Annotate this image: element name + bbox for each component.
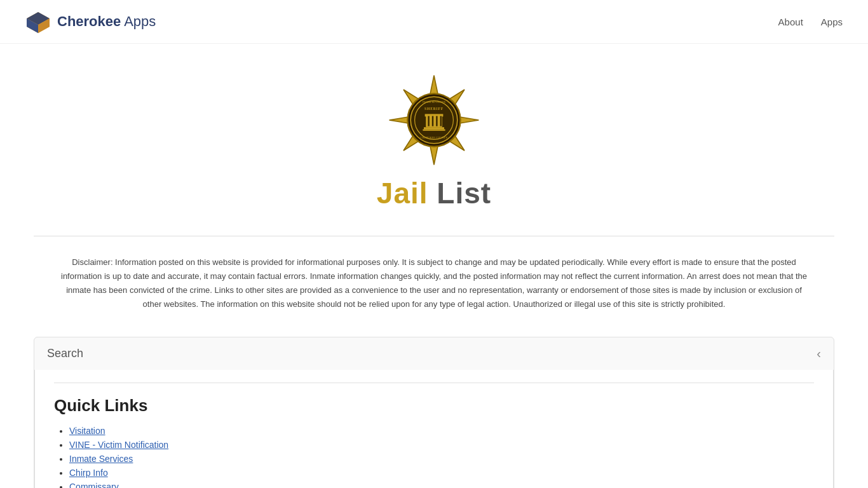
link-commissary[interactable]: Commissary	[69, 482, 119, 488]
list-item: Commissary	[69, 482, 814, 488]
chevron-left-icon[interactable]: ‹	[817, 346, 821, 361]
list-item: Chirp Info	[69, 468, 814, 478]
link-vine[interactable]: VINE - Victim Notification	[69, 440, 168, 450]
nav-menu: About Apps	[778, 17, 843, 27]
svg-rect-15	[423, 129, 445, 130]
nav-item-about[interactable]: About	[778, 17, 803, 27]
search-section: Search ‹ Quick Links Visitation VINE - V…	[34, 337, 834, 488]
list-item: Visitation	[69, 426, 814, 436]
brand-logo[interactable]: Cherokee Apps	[25, 9, 156, 34]
svg-rect-10	[428, 116, 429, 126]
svg-text:FRANK REYNOLDS: FRANK REYNOLDS	[423, 100, 445, 104]
quick-links-list: Visitation VINE - Victim Notification In…	[54, 426, 814, 488]
svg-rect-11	[432, 116, 433, 126]
brand-name: Cherokee Apps	[57, 13, 156, 30]
link-chirp-info[interactable]: Chirp Info	[69, 468, 108, 478]
link-inmate-services[interactable]: Inmate Services	[69, 454, 133, 464]
sheriff-badge: SHERIFF CHEROKEE COUNTY FRANK REYNOLDS	[383, 69, 485, 171]
svg-rect-12	[436, 116, 437, 126]
navbar: Cherokee Apps About Apps	[0, 0, 868, 44]
svg-text:CHEROKEE COUNTY: CHEROKEE COUNTY	[421, 136, 449, 139]
quick-links-title: Quick Links	[54, 396, 814, 416]
link-visitation[interactable]: Visitation	[69, 426, 105, 436]
nav-link-apps[interactable]: Apps	[821, 17, 843, 27]
list-item: Inmate Services	[69, 454, 814, 464]
brand-icon	[25, 9, 51, 34]
svg-rect-13	[440, 116, 442, 126]
nav-link-about[interactable]: About	[778, 17, 803, 27]
quick-links-section: Quick Links Visitation VINE - Victim Not…	[34, 370, 834, 488]
nav-item-apps[interactable]: Apps	[821, 17, 843, 27]
hero-divider	[34, 236, 834, 236]
page-title: Jail List	[377, 176, 491, 210]
svg-text:SHERIFF: SHERIFF	[424, 107, 444, 111]
svg-rect-14	[424, 127, 444, 129]
list-item: VINE - Victim Notification	[69, 440, 814, 450]
disclaimer-text: Disclaimer: Information posted on this w…	[34, 249, 834, 318]
quick-links-divider	[54, 383, 814, 383]
hero-section: SHERIFF CHEROKEE COUNTY FRANK REYNOLDS J…	[0, 44, 868, 223]
search-bar[interactable]: Search ‹	[34, 337, 834, 370]
search-label: Search	[47, 347, 83, 360]
